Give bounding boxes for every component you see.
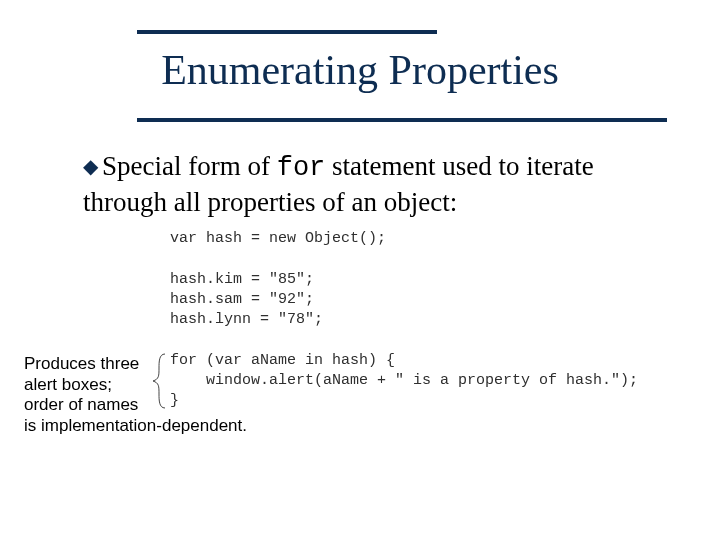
code-line-5: hash.lynn = "78";: [170, 311, 323, 328]
slide: Enumerating Properties ◆Special form of …: [0, 0, 720, 540]
slide-title: Enumerating Properties: [0, 46, 720, 94]
annotation-line-3: order of names: [24, 395, 284, 416]
code-line-3: hash.kim = "85";: [170, 271, 314, 288]
bullet-text-code: for: [277, 153, 326, 183]
bullet-text-pre: Special form of: [102, 151, 277, 181]
code-line-1: var hash = new Object();: [170, 230, 386, 247]
annotation-text: Produces three alert boxes; order of nam…: [24, 354, 284, 437]
code-line-4: hash.sam = "92";: [170, 291, 314, 308]
annotation-line-2: alert boxes;: [24, 375, 284, 396]
title-rule-bottom: [137, 118, 667, 122]
bullet-diamond-icon: ◆: [83, 154, 98, 179]
title-rule-top: [137, 30, 437, 34]
annotation-line-1: Produces three: [24, 354, 284, 375]
annotation-line-4: is implementation-dependent.: [24, 416, 284, 437]
bullet-text: ◆Special form of for statement used to i…: [83, 150, 673, 220]
